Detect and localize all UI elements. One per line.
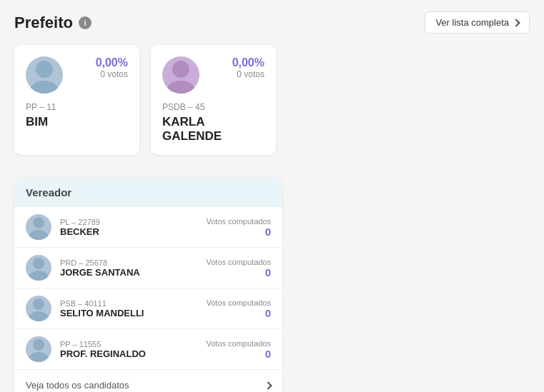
arrow-right-icon — [264, 381, 272, 389]
vereador-votes-becker: Votos computados 0 — [206, 217, 271, 238]
page-title: Prefeito — [14, 14, 73, 32]
candidate-party-bim: PP – 11 — [26, 102, 128, 112]
list-item: PRD – 25678 JORGE SANTANA Votos computad… — [14, 248, 282, 288]
vote-count-bim: 0 votos — [96, 69, 128, 79]
vote-percent-bim: 0,00% — [96, 56, 128, 69]
vereador-votes-jorge: Votos computados 0 — [206, 258, 271, 278]
avatar-selito — [26, 296, 51, 321]
vereador-name-selito: SELITO MANDELLI — [60, 308, 197, 318]
vereador-title: Vereador — [26, 186, 71, 198]
votes-label-selito: Votos computados — [206, 298, 271, 307]
vereador-info-selito: PSB – 40111 SELITO MANDELLI — [60, 299, 197, 318]
vereador-party-jorge: PRD – 25678 — [60, 258, 197, 267]
section-header: Prefeito i Ver lista completa — [14, 11, 530, 34]
votes-label-reginaldo: Votos computados — [206, 339, 271, 348]
card-top-bim: 0,00% 0 votos — [26, 56, 128, 94]
vote-info-karla: 0,00% 0 votos — [232, 56, 264, 79]
svg-point-11 — [29, 352, 49, 362]
avatar-reginaldo — [26, 336, 51, 362]
card-top-karla: 0,00% 0 votos — [162, 56, 264, 94]
votes-label-jorge: Votos computados — [206, 258, 271, 266]
avatar-becker — [26, 214, 51, 240]
svg-point-1 — [30, 81, 59, 94]
vote-percent-karla: 0,00% — [232, 56, 264, 69]
vereador-party-selito: PSB – 40111 — [60, 299, 197, 308]
vereador-header: Vereador — [14, 178, 282, 207]
list-item: PL – 22789 BECKER Votos computados 0 — [14, 207, 282, 248]
vote-count-karla: 0 votos — [232, 69, 264, 79]
vereador-party-reginaldo: PP – 11555 — [60, 340, 197, 348]
avatar-bim — [26, 56, 63, 94]
candidate-name-karla: KARLA GALENDE — [162, 115, 264, 144]
vereador-name-reginaldo: PROF. REGINALDO — [60, 348, 197, 359]
svg-point-3 — [167, 81, 195, 94]
ver-todos-label: Veja todos os candidatos — [26, 380, 129, 391]
svg-point-9 — [29, 311, 49, 321]
list-item: PSB – 40111 SELITO MANDELLI Votos comput… — [14, 288, 282, 329]
vereador-party-becker: PL – 22789 — [60, 218, 197, 226]
vereador-votes-reginaldo: Votos computados 0 — [206, 339, 271, 360]
svg-point-5 — [29, 230, 49, 240]
svg-point-7 — [29, 271, 49, 281]
votes-count-reginaldo: 0 — [206, 348, 271, 360]
arrow-right-icon — [512, 19, 520, 26]
avatar-karla — [162, 56, 199, 94]
info-icon[interactable]: i — [79, 16, 92, 29]
ver-todos-button[interactable]: Veja todos os candidatos — [14, 369, 282, 392]
svg-point-10 — [33, 339, 44, 351]
vote-info-bim: 0,00% 0 votos — [96, 56, 128, 79]
vereador-list: PL – 22789 BECKER Votos computados 0 — [14, 207, 282, 369]
ver-lista-button[interactable]: Ver lista completa — [425, 11, 530, 34]
ver-lista-label: Ver lista completa — [435, 17, 509, 28]
vereador-info-reginaldo: PP – 11555 PROF. REGINALDO — [60, 340, 197, 359]
svg-point-6 — [33, 258, 44, 269]
svg-point-8 — [33, 298, 44, 310]
page-container: Prefeito i Ver lista completa 0,00% 0 vo… — [0, 0, 544, 392]
votes-count-jorge: 0 — [206, 266, 271, 278]
candidate-party-karla: PSDB – 45 — [162, 102, 264, 112]
prefeito-cards-row: 0,00% 0 votos PP – 11 BIM 0,00% 0 votos — [14, 45, 530, 155]
vereador-name-becker: BECKER — [60, 226, 197, 237]
list-item: PP – 11555 PROF. REGINALDO Votos computa… — [14, 329, 282, 369]
vereador-section: Vereador PL – 22789 BECKER Votos computa… — [14, 178, 282, 392]
votes-count-selito: 0 — [206, 307, 271, 319]
avatar-jorge-santana — [26, 255, 51, 281]
candidate-card-bim: 0,00% 0 votos PP – 11 BIM — [14, 45, 139, 155]
vereador-info-jorge: PRD – 25678 JORGE SANTANA — [60, 258, 197, 278]
svg-point-2 — [172, 61, 189, 78]
candidate-card-karla: 0,00% 0 votos PSDB – 45 KARLA GALENDE — [151, 45, 276, 155]
candidate-name-bim: BIM — [26, 115, 128, 129]
svg-point-0 — [36, 61, 53, 78]
svg-point-4 — [33, 217, 44, 228]
votes-label-becker: Votos computados — [206, 217, 271, 226]
vereador-votes-selito: Votos computados 0 — [206, 298, 271, 319]
votes-count-becker: 0 — [206, 226, 271, 238]
vereador-info-becker: PL – 22789 BECKER — [60, 218, 197, 237]
section-title-row: Prefeito i — [14, 14, 92, 32]
vereador-name-jorge: JORGE SANTANA — [60, 267, 197, 278]
